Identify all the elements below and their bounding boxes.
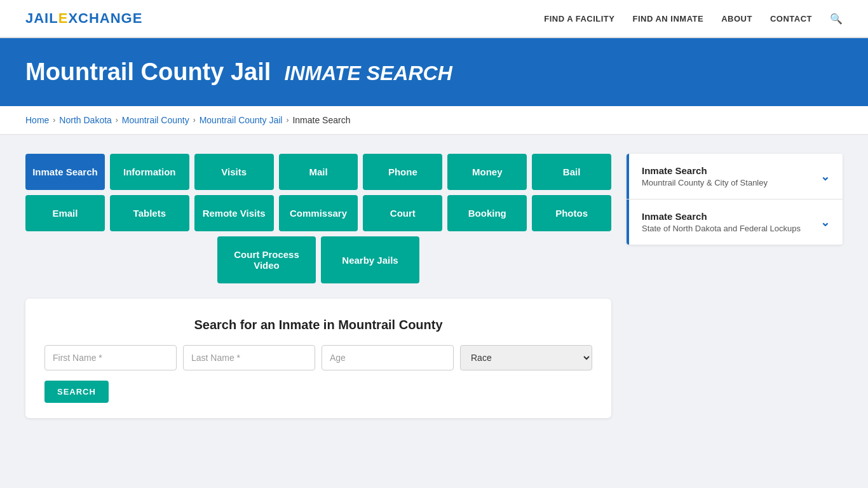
site-header: JAILEXCHANGE FIND A FACILITY FIND AN INM… xyxy=(0,0,868,38)
btn-court[interactable]: Court xyxy=(363,195,442,231)
chevron-down-icon-2: ⌄ xyxy=(820,215,830,229)
page-title-italic: INMATE SEARCH xyxy=(284,62,452,85)
main-nav: FIND A FACILITY FIND AN INMATE ABOUT CON… xyxy=(544,13,843,25)
sidebar-item-2-subtitle: State of North Dakota and Federal Lockup… xyxy=(642,224,801,233)
breadcrumb-home[interactable]: Home xyxy=(25,115,49,125)
nav-row-3: Court Process Video Nearby Jails xyxy=(25,236,611,283)
main-content: Inmate Search Information Visits Mail Ph… xyxy=(0,135,868,437)
btn-nearby-jails[interactable]: Nearby Jails xyxy=(321,236,419,283)
breadcrumb-sep-2: › xyxy=(116,116,118,125)
breadcrumb-sep-4: › xyxy=(286,116,288,125)
category-nav: Inmate Search Information Visits Mail Ph… xyxy=(25,154,611,283)
sidebar-item-2-text: Inmate Search State of North Dakota and … xyxy=(642,211,801,233)
sidebar-item-2[interactable]: Inmate Search State of North Dakota and … xyxy=(627,200,843,245)
btn-booking[interactable]: Booking xyxy=(447,195,527,231)
btn-court-process-video[interactable]: Court Process Video xyxy=(217,236,316,283)
first-name-input[interactable] xyxy=(44,345,177,370)
chevron-down-icon-1: ⌄ xyxy=(820,170,830,184)
search-panel-title: Search for an Inmate in Mountrail County xyxy=(44,318,592,332)
btn-mail[interactable]: Mail xyxy=(279,154,358,190)
left-column: Inmate Search Information Visits Mail Ph… xyxy=(25,154,611,418)
btn-tablets[interactable]: Tablets xyxy=(110,195,189,231)
search-fields: Race White Black Hispanic Asian Native A… xyxy=(44,345,592,370)
btn-money[interactable]: Money xyxy=(447,154,527,190)
site-logo[interactable]: JAILEXCHANGE xyxy=(25,10,142,27)
breadcrumb-sep-3: › xyxy=(193,116,196,125)
sidebar-card-1: Inmate Search Mountrail County & City of… xyxy=(627,154,843,245)
page-title: Mountrail County Jail INMATE SEARCH xyxy=(25,58,843,86)
sidebar-item-2-title: Inmate Search xyxy=(642,211,801,222)
breadcrumb-sep-1: › xyxy=(53,116,55,125)
nav-row-1: Inmate Search Information Visits Mail Ph… xyxy=(25,154,611,190)
race-select[interactable]: Race White Black Hispanic Asian Native A… xyxy=(460,345,592,370)
nav-find-facility[interactable]: FIND A FACILITY xyxy=(544,14,614,24)
sidebar-item-1[interactable]: Inmate Search Mountrail County & City of… xyxy=(627,154,843,199)
sidebar-item-1-text: Inmate Search Mountrail County & City of… xyxy=(642,165,768,187)
right-sidebar: Inmate Search Mountrail County & City of… xyxy=(627,154,843,250)
breadcrumb-current: Inmate Search xyxy=(292,115,350,125)
logo-xchange: XCHANGE xyxy=(68,10,142,26)
age-input[interactable] xyxy=(322,345,454,370)
btn-visits[interactable]: Visits xyxy=(194,154,274,190)
sidebar-item-1-title: Inmate Search xyxy=(642,165,768,176)
btn-information[interactable]: Information xyxy=(110,154,189,190)
hero-banner: Mountrail County Jail INMATE SEARCH xyxy=(0,38,868,106)
page-title-main: Mountrail County Jail xyxy=(25,58,271,85)
inmate-search-panel: Search for an Inmate in Mountrail County… xyxy=(25,299,611,418)
nav-row-2: Email Tablets Remote Visits Commissary C… xyxy=(25,195,611,231)
btn-commissary[interactable]: Commissary xyxy=(279,195,358,231)
breadcrumb-jail[interactable]: Mountrail County Jail xyxy=(200,115,283,125)
logo-x: E xyxy=(58,10,69,26)
nav-contact[interactable]: CONTACT xyxy=(770,14,812,24)
btn-email[interactable]: Email xyxy=(25,195,105,231)
nav-find-inmate[interactable]: FIND AN INMATE xyxy=(632,14,703,24)
btn-photos[interactable]: Photos xyxy=(532,195,611,231)
last-name-input[interactable] xyxy=(183,345,315,370)
logo-jail: JAIL xyxy=(25,10,58,26)
search-button[interactable]: SEARCH xyxy=(44,381,109,403)
breadcrumb-county[interactable]: Mountrail County xyxy=(122,115,189,125)
btn-bail[interactable]: Bail xyxy=(532,154,611,190)
sidebar-item-1-subtitle: Mountrail County & City of Stanley xyxy=(642,178,768,187)
breadcrumb-nd[interactable]: North Dakota xyxy=(59,115,111,125)
btn-phone[interactable]: Phone xyxy=(363,154,442,190)
btn-inmate-search[interactable]: Inmate Search xyxy=(25,154,105,190)
btn-remote-visits[interactable]: Remote Visits xyxy=(194,195,274,231)
nav-about[interactable]: ABOUT xyxy=(721,14,752,24)
breadcrumb: Home › North Dakota › Mountrail County ›… xyxy=(0,106,868,135)
search-icon[interactable]: 🔍 xyxy=(830,13,843,25)
